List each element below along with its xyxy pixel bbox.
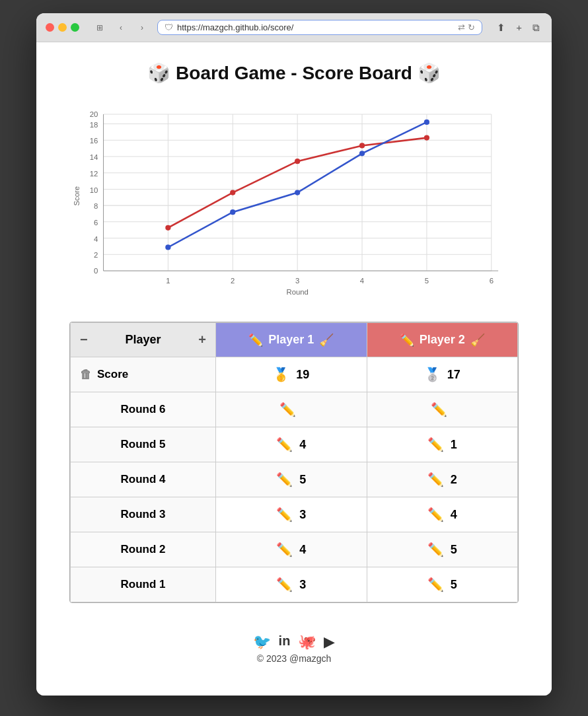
svg-point-47 (424, 120, 429, 125)
gold-medal-icon: 🥇 (273, 367, 289, 382)
trash-icon[interactable]: 🗑 (80, 368, 92, 382)
svg-text:Score: Score (73, 186, 81, 206)
p2-round-value: 2 (451, 473, 457, 487)
new-tab-button[interactable]: + (513, 20, 525, 35)
share-button[interactable]: ⬆ (494, 20, 508, 35)
player2-column-header: ✏️ Player 2 🧹 (367, 323, 518, 357)
tab-overview-button[interactable]: ⧉ (530, 20, 542, 35)
svg-text:20: 20 (90, 110, 98, 118)
svg-point-38 (165, 225, 170, 231)
pencil-icon[interactable]: ✏️ (427, 472, 444, 487)
minimize-button[interactable] (58, 23, 67, 32)
browser-actions: ⬆ + ⧉ (494, 20, 542, 35)
table-row: Round 1 ✏️ 3 ✏️ 5 (71, 567, 518, 602)
svg-text:10: 10 (90, 186, 98, 194)
p1-round-value: 3 (299, 578, 306, 592)
footer: 🐦 in 🐙 ▶ © 2023 @mazgch (69, 623, 519, 669)
youtube-icon[interactable]: ▶ (324, 633, 335, 651)
remove-player-button[interactable]: − (80, 332, 88, 347)
table-row: Round 4 ✏️ 5 ✏️ 2 (71, 462, 518, 497)
svg-text:1: 1 (166, 277, 170, 285)
round-label-cell: Round 4 (71, 462, 216, 497)
pencil-icon[interactable]: ✏️ (276, 472, 293, 487)
svg-text:8: 8 (94, 202, 98, 210)
player2-name: Player 2 (420, 333, 465, 347)
p2-round-cell: ✏️ 2 (367, 462, 518, 497)
player2-pencil-icon: ✏️ (400, 333, 414, 347)
table-row: Round 2 ✏️ 4 ✏️ 5 (71, 532, 518, 567)
p2-round-cell: ✏️ 5 (367, 532, 518, 567)
pencil-icon[interactable]: ✏️ (279, 402, 296, 417)
svg-text:2: 2 (231, 277, 235, 285)
round-label-cell: Round 3 (71, 497, 216, 532)
maximize-button[interactable] (71, 23, 79, 32)
pencil-icon[interactable]: ✏️ (276, 437, 293, 452)
svg-text:6: 6 (490, 277, 494, 285)
pencil-icon[interactable]: ✏️ (276, 577, 293, 592)
p1-round-value: 3 (299, 508, 306, 522)
pencil-icon[interactable]: ✏️ (276, 542, 293, 557)
score-chart: 0 2 4 6 8 10 12 14 16 18 20 1 2 3 4 5 6 … (69, 104, 519, 302)
p1-round-value: 4 (299, 543, 306, 557)
browser-controls: ⊞ ‹ › (91, 21, 151, 34)
page-content: 🎲 Board Game - Score Board 🎲 (36, 42, 552, 696)
svg-text:16: 16 (90, 137, 98, 145)
score-label: Score (97, 368, 128, 381)
p1-round-cell: ✏️ (216, 392, 367, 427)
pencil-icon[interactable]: ✏️ (431, 402, 447, 417)
shield-icon: 🛡 (165, 22, 173, 32)
footer-social-icons: 🐦 in 🐙 ▶ (69, 633, 519, 651)
round-label: Round 1 (121, 578, 166, 591)
translate-icon: ⇄ (458, 22, 465, 32)
round-label: Round 6 (121, 403, 166, 416)
pencil-icon[interactable]: ✏️ (427, 577, 444, 592)
browser-window: ⊞ ‹ › 🛡 https://mazgch.github.io/score/ … (36, 13, 552, 696)
twitter-icon[interactable]: 🐦 (253, 633, 271, 651)
close-button[interactable] (46, 23, 54, 32)
svg-point-40 (295, 159, 300, 164)
round-label: Round 2 (121, 543, 166, 556)
pencil-icon[interactable]: ✏️ (427, 507, 444, 522)
round-label: Round 5 (121, 438, 166, 451)
svg-text:Round: Round (286, 288, 308, 296)
p2-round-cell: ✏️ 5 (367, 567, 518, 602)
svg-point-46 (359, 151, 365, 156)
traffic-lights (46, 23, 79, 32)
player-header-controls: − Player + (71, 323, 215, 357)
p2-round-value: 1 (451, 438, 457, 452)
p1-round-cell: ✏️ 4 (216, 427, 367, 462)
svg-text:4: 4 (360, 277, 364, 285)
linkedin-icon[interactable]: in (279, 633, 291, 651)
round-label-cell: Round 1 (71, 567, 216, 602)
pencil-icon[interactable]: ✏️ (276, 507, 293, 522)
add-player-button[interactable]: + (198, 332, 206, 347)
chart-container: 0 2 4 6 8 10 12 14 16 18 20 1 2 3 4 5 6 … (69, 104, 519, 302)
address-bar[interactable]: 🛡 https://mazgch.github.io/score/ ⇄ ↻ (157, 20, 482, 35)
player2-header-inner: ✏️ Player 2 🧹 (367, 323, 518, 357)
svg-text:18: 18 (90, 121, 98, 129)
svg-point-45 (295, 190, 300, 195)
svg-text:12: 12 (90, 170, 98, 178)
svg-text:4: 4 (94, 235, 98, 243)
refresh-icon[interactable]: ↻ (468, 22, 475, 32)
player2-total-value: 17 (447, 368, 460, 382)
player1-pencil-icon: ✏️ (248, 333, 263, 347)
round-label: Round 3 (121, 508, 166, 521)
round-label-cell: Round 5 (71, 427, 216, 462)
svg-point-42 (424, 135, 429, 140)
pencil-icon[interactable]: ✏️ (427, 437, 444, 452)
p1-round-cell: ✏️ 4 (216, 532, 367, 567)
sidebar-toggle-button[interactable]: ⊞ (91, 21, 108, 34)
p1-round-cell: ✏️ 3 (216, 497, 367, 532)
table-header-row: − Player + ✏️ Player 1 🧹 (71, 323, 518, 357)
svg-point-43 (165, 244, 170, 250)
player2-total-score-cell: 🥈 17 (367, 357, 518, 392)
table-row: Round 5 ✏️ 4 ✏️ 1 (71, 427, 518, 462)
github-icon[interactable]: 🐙 (298, 633, 316, 651)
p2-round-value: 4 (451, 508, 457, 522)
back-button[interactable]: ‹ (112, 21, 129, 34)
pencil-icon[interactable]: ✏️ (427, 542, 444, 557)
p1-round-cell: ✏️ 5 (216, 462, 367, 497)
browser-titlebar: ⊞ ‹ › 🛡 https://mazgch.github.io/score/ … (36, 13, 552, 42)
forward-button[interactable]: › (133, 21, 151, 34)
